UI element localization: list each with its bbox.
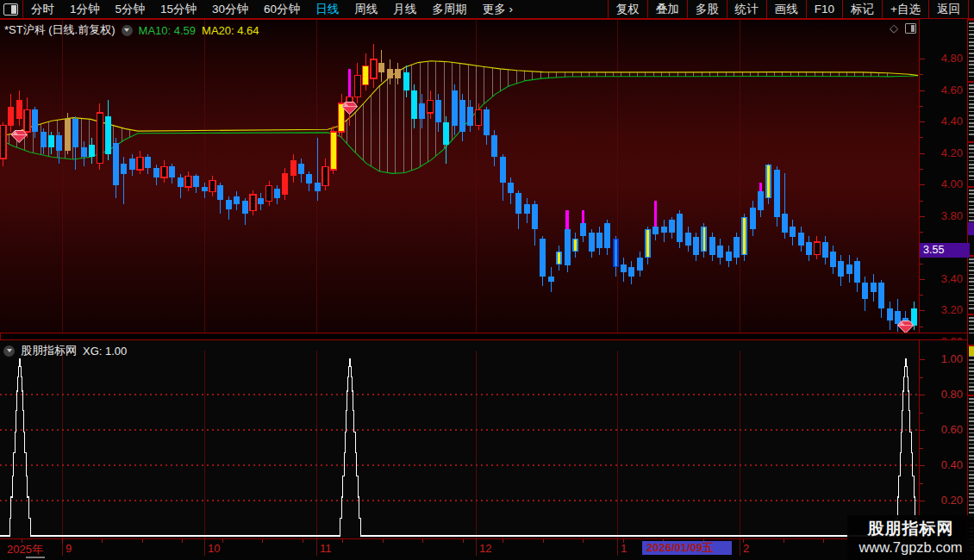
time-minor-tick (142, 539, 143, 543)
indicator-minor-tick (920, 448, 923, 449)
sidebar-price-highlight (968, 222, 974, 235)
sidebar-text-segment[interactable] (969, 22, 974, 78)
month-gridline (316, 539, 317, 557)
indicator-minor-tick (920, 413, 923, 414)
diamond-outline-icon[interactable]: ◇ (890, 22, 898, 34)
price-tick-label: 3.40 (941, 272, 963, 285)
indicator-tick (920, 501, 925, 501)
menu-item-日线[interactable]: 日线 (308, 0, 347, 19)
sidebar-text-segment[interactable] (969, 317, 974, 334)
sidebar-text-segment[interactable] (969, 145, 974, 183)
month-label: 1 (621, 542, 627, 555)
month-gridline (617, 539, 618, 557)
menu-item-更多 ›[interactable]: 更多 › (475, 0, 521, 19)
price-tick-label: 4.00 (941, 177, 963, 190)
time-minor-tick (543, 539, 544, 543)
indicator-tick (920, 465, 925, 466)
time-minor-tick (383, 539, 384, 543)
menu-item-月线[interactable]: 月线 (385, 0, 424, 19)
price-axis[interactable]: 4.804.604.404.204.003.803.603.403.203.00… (919, 19, 967, 333)
menu-item-统计[interactable]: 统计 (727, 0, 766, 19)
time-minor-tick (342, 539, 343, 543)
indicator-minor-tick (920, 377, 923, 378)
price-tick (920, 90, 925, 91)
price-tick (920, 184, 925, 185)
indicator-tick-label: 0.80 (941, 388, 963, 401)
time-minor-tick (303, 539, 303, 543)
ma20-value: MA20: 4.64 (202, 24, 259, 37)
price-minor-tick (920, 74, 923, 75)
price-tick-label: 4.60 (941, 84, 963, 96)
menu-item-画线[interactable]: 画线 (766, 0, 806, 19)
indicator-minor-tick (920, 483, 923, 484)
window-layout-icon[interactable] (3, 3, 18, 16)
symbol-title: *ST沪科 (日线.前复权) (4, 22, 116, 38)
price-minor-tick (920, 169, 923, 170)
main-chart-panel[interactable] (0, 19, 919, 333)
chart-title-bar: *ST沪科 (日线.前复权) MA10: 4.59 MA20: 4.64 (4, 22, 259, 38)
menu-item-60分钟[interactable]: 60分钟 (256, 0, 308, 19)
menu-item-F10[interactable]: F10 (806, 0, 842, 19)
menu-item-分时[interactable]: 分时 (23, 0, 62, 19)
menu-item-叠加[interactable]: 叠加 (647, 0, 687, 19)
time-minor-tick (22, 539, 22, 543)
chart-corner-icons: ◇ (890, 22, 916, 34)
indicator-header: 股朋指标网 XG: 1.00 (3, 343, 127, 358)
indicator-panel[interactable] (0, 340, 919, 538)
right-edge-sidebar[interactable] (967, 19, 974, 560)
price-minor-tick (920, 137, 923, 138)
indicator-axis: 0.200.400.600.801.00 (919, 340, 967, 538)
menu-item-标记[interactable]: 标记 (842, 0, 882, 19)
menu-item-周线[interactable]: 周线 (347, 0, 385, 19)
price-tick (920, 153, 925, 154)
menu-item-15分钟[interactable]: 15分钟 (153, 0, 204, 19)
time-minor-tick (62, 539, 63, 543)
sidebar-text-segment[interactable] (969, 258, 974, 310)
menu-item-1分钟[interactable]: 1分钟 (62, 0, 108, 19)
indicator-name: 股朋指标网 (21, 343, 77, 358)
chevron-down-icon[interactable] (122, 25, 133, 36)
month-gridline (204, 539, 205, 557)
panel-divider[interactable] (0, 333, 967, 333)
price-tick (920, 279, 925, 280)
price-tick (920, 310, 925, 311)
menu-item-+自选[interactable]: +自选 (882, 0, 928, 19)
time-minor-tick (503, 539, 503, 543)
time-minor-tick (823, 539, 824, 543)
time-minor-tick (623, 539, 624, 543)
month-label: 11 (320, 542, 332, 555)
menu-item-30分钟[interactable]: 30分钟 (204, 0, 256, 19)
menu-item-5分钟[interactable]: 5分钟 (108, 0, 153, 19)
time-minor-tick (102, 539, 103, 543)
xg-indicator-chart[interactable] (0, 340, 919, 538)
price-minor-tick (920, 201, 923, 202)
menu-item-多股[interactable]: 多股 (687, 0, 727, 19)
price-tick-label: 3.20 (941, 303, 963, 316)
time-axis[interactable]: 2025年9101112122026/01/09五 (0, 538, 967, 556)
price-tick (920, 59, 925, 59)
candlestick-chart[interactable] (0, 20, 919, 333)
chevron-down-icon[interactable] (3, 345, 15, 357)
price-tick-label: 4.80 (941, 52, 963, 65)
time-minor-tick (262, 539, 263, 543)
sidebar-text-segment[interactable] (969, 84, 974, 138)
price-tick (920, 121, 925, 122)
split-window-icon[interactable] (905, 23, 916, 34)
menu-item-多周期[interactable]: 多周期 (424, 0, 475, 19)
menu-item-复权[interactable]: 复权 (608, 0, 647, 19)
indicator-tick-label: 0.40 (941, 458, 963, 471)
month-label: 10 (208, 542, 220, 555)
price-minor-tick (920, 327, 923, 327)
month-gridline (740, 539, 740, 557)
indicator-tick-label: 0.60 (941, 423, 963, 436)
menu-item-返回[interactable]: 返回 (928, 0, 968, 19)
price-minor-tick (920, 295, 923, 296)
price-tick-label: 3.80 (941, 209, 963, 222)
price-minor-tick (920, 264, 923, 264)
bottom-strip (0, 556, 974, 560)
indicator-tick (920, 395, 925, 395)
sidebar-text-segment[interactable] (969, 398, 974, 519)
sidebar-yellow-tag (969, 346, 974, 356)
tools-menu: 复权叠加多股统计画线F10标记+自选返回 (608, 0, 969, 19)
indicator-tick-label: 1.00 (941, 352, 963, 365)
